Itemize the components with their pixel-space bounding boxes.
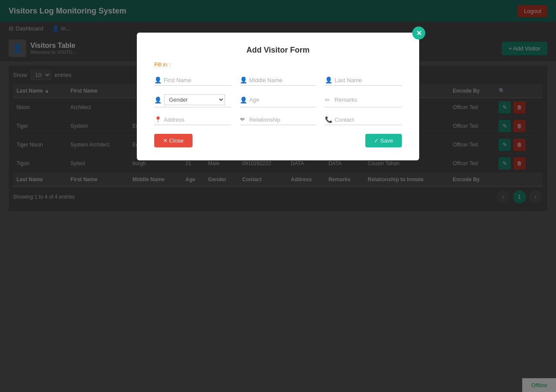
age-field: 👤 bbox=[240, 94, 317, 107]
close-button[interactable]: ✕ Close bbox=[154, 134, 192, 147]
last-name-field: 👤 bbox=[325, 76, 402, 86]
address-icon: 📍 bbox=[154, 116, 161, 123]
gender-icon: 👤 bbox=[154, 96, 162, 103]
heart-icon: ❤ bbox=[240, 116, 247, 123]
modal-fillin-label: Fill in : bbox=[154, 61, 402, 68]
first-name-field: 👤 bbox=[154, 76, 231, 86]
relationship-field: ❤ bbox=[240, 116, 317, 125]
person2-icon: 👤 bbox=[240, 76, 247, 83]
middle-name-input[interactable] bbox=[249, 77, 317, 83]
remarks-icon: ✏ bbox=[325, 96, 332, 103]
gender-field: 👤 Gender Male Female bbox=[154, 94, 231, 107]
relationship-input[interactable] bbox=[249, 116, 317, 123]
age-icon: 👤 bbox=[240, 96, 247, 103]
person-icon: 👤 bbox=[154, 76, 161, 83]
remarks-input[interactable] bbox=[334, 96, 402, 103]
modal-close-x-button[interactable]: ✕ bbox=[412, 27, 425, 40]
address-field: 📍 bbox=[154, 116, 231, 125]
middle-name-field: 👤 bbox=[240, 76, 317, 86]
address-input[interactable] bbox=[164, 116, 231, 123]
form-row-3: 📍 ❤ 📞 bbox=[154, 116, 402, 125]
save-button[interactable]: ✓ Save bbox=[365, 134, 402, 147]
gender-select[interactable]: Gender Male Female bbox=[164, 94, 225, 105]
add-visitor-modal: ✕ Add Visitor Form Fill in : 👤 👤 👤 👤 Gen… bbox=[137, 33, 419, 160]
contact-input[interactable] bbox=[334, 116, 402, 123]
phone-icon: 📞 bbox=[325, 116, 332, 123]
remarks-field: ✏ bbox=[325, 94, 402, 107]
person3-icon: 👤 bbox=[325, 76, 332, 83]
form-row-1: 👤 👤 👤 bbox=[154, 76, 402, 86]
form-row-2: 👤 Gender Male Female 👤 ✏ bbox=[154, 94, 402, 107]
age-input[interactable] bbox=[249, 96, 317, 103]
modal-footer: ✕ Close ✓ Save bbox=[154, 134, 402, 147]
first-name-input[interactable] bbox=[164, 77, 231, 83]
modal-title: Add Visitor Form bbox=[154, 46, 402, 55]
contact-field: 📞 bbox=[325, 116, 402, 125]
last-name-input[interactable] bbox=[334, 77, 402, 83]
